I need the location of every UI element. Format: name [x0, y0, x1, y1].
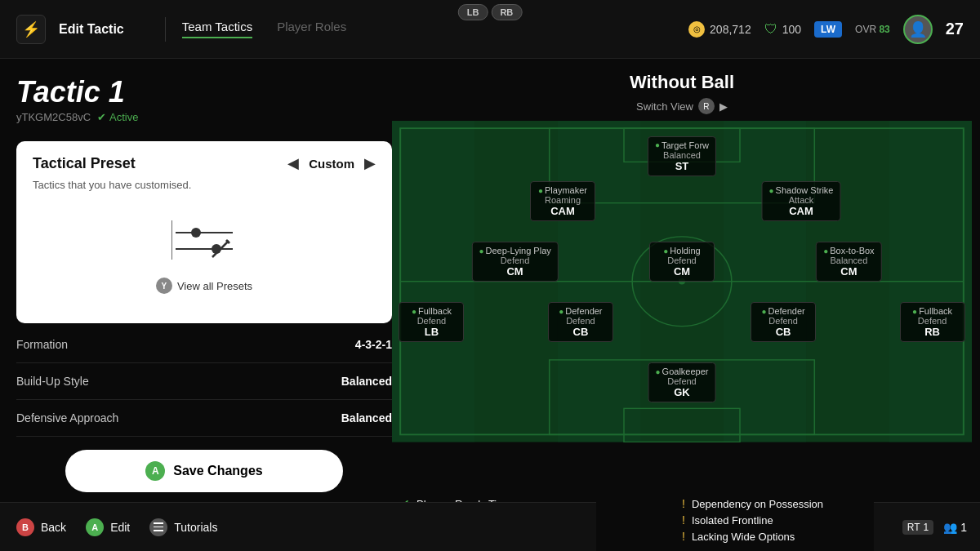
tutorials-label: Tutorials	[174, 521, 217, 534]
save-changes-button[interactable]: A Save Changes	[65, 450, 343, 492]
defensive-row[interactable]: Defensive Approach Balanced	[16, 400, 392, 437]
buildup-label: Build-Up Style	[16, 375, 89, 388]
preset-next-button[interactable]: ▶	[364, 154, 376, 172]
player-cm-left[interactable]: ● Deep-Lying Play Defend CM	[471, 242, 558, 282]
switch-view[interactable]: Switch View R ▶	[384, 98, 980, 114]
y-button-icon: Y	[156, 278, 172, 294]
preset-description: Tactics that you have customised.	[33, 179, 376, 191]
player-cb-left[interactable]: ● Defender Defend CB	[548, 302, 613, 342]
formation-row[interactable]: Formation 4-3-2-1	[16, 327, 392, 363]
position-badge: LW	[814, 21, 842, 38]
lb-button[interactable]: LB	[458, 4, 488, 20]
logo-area: ⚡ Edit Tactic	[16, 15, 124, 44]
preset-card-title: Tactical Preset	[33, 155, 136, 172]
preset-nav: ◀ Custom ▶	[287, 154, 376, 172]
rt-value: 1	[924, 522, 929, 533]
preset-prev-button[interactable]: ◀	[287, 154, 299, 172]
pitch-view-title: Without Ball	[384, 59, 980, 98]
preset-icon-area: Y View all Presets	[33, 204, 376, 310]
stats-section: Formation 4-3-2-1 Build-Up Style Balance…	[16, 327, 392, 437]
player-count-value: 1	[960, 521, 967, 534]
defensive-label: Defensive Approach	[16, 411, 118, 424]
tutorials-button[interactable]: Tutorials	[149, 518, 217, 536]
weakness-2-text: Isolated Frontline	[692, 514, 773, 527]
warn-icon-2: !	[682, 513, 685, 527]
player-st[interactable]: ● Target Forw Balanced ST	[648, 136, 716, 176]
app-logo: ⚡	[16, 15, 46, 44]
menu-icon	[149, 518, 167, 536]
player-lb[interactable]: ● Fullback Defend LB	[399, 302, 464, 342]
player-gk[interactable]: ● Goalkeeper Defend GK	[648, 362, 716, 402]
menu-lines-icon	[154, 522, 163, 531]
preset-icon	[172, 220, 237, 269]
shoulder-buttons: LB RB	[458, 4, 523, 20]
back-label: Back	[41, 521, 66, 534]
tab-team-tactics[interactable]: Team Tactics	[182, 20, 252, 38]
edit-label: Edit	[110, 521, 130, 534]
tab-player-roles[interactable]: Player Roles	[277, 20, 346, 38]
avatar: 👤	[903, 15, 933, 44]
coin-amount: 208,712	[710, 23, 751, 36]
player-cm-right[interactable]: ● Box-to-Box Balanced CM	[816, 242, 881, 282]
back-button[interactable]: B Back	[16, 518, 66, 536]
preset-card: Tactical Preset ◀ Custom ▶ Tactics that …	[16, 141, 392, 323]
currency-coins: ◎ 208,712	[688, 21, 751, 38]
player-cm-center[interactable]: ● Holding Defend CM	[649, 242, 715, 282]
preset-name: Custom	[309, 157, 354, 171]
player-count: 👥 1	[943, 521, 967, 534]
coin-icon: ◎	[688, 21, 705, 38]
switch-view-label: Switch View	[636, 100, 693, 113]
top-bar-right: ◎ 208,712 🛡 100 LW OVR 83 👤 27	[688, 15, 964, 44]
r-button-icon: R	[698, 98, 715, 114]
preset-card-header: Tactical Preset ◀ Custom ▶	[33, 154, 376, 172]
weakness-1-text: Dependency on Possession	[692, 498, 823, 510]
ovr-value: 83	[879, 24, 889, 35]
pitch-container: ● Target Forw Balanced ST ● Playmaker Ro…	[384, 121, 980, 499]
player-cam-right[interactable]: ● Shadow Strike Attack CAM	[762, 181, 841, 221]
buildup-row[interactable]: Build-Up Style Balanced	[16, 363, 392, 400]
nav-divider	[165, 17, 166, 42]
player-cam-left[interactable]: ● Playmaker Roaming CAM	[530, 181, 595, 221]
bottom-right-bar: RT 1 👥 1	[874, 502, 980, 551]
player-number: 27	[946, 20, 964, 38]
rt-badge: RT 1	[902, 520, 933, 535]
tactic-title: Tactic 1	[16, 75, 392, 109]
save-button-label: Save Changes	[173, 464, 262, 478]
b-button-icon: B	[16, 518, 34, 536]
save-button-area: A Save Changes	[16, 450, 392, 492]
bottom-bar: B Back A Edit Tutorials	[0, 502, 596, 551]
ovr-label: OVR 83	[855, 24, 890, 35]
active-badge: ✔ Active	[97, 111, 138, 123]
currency-rating: 🛡 100	[764, 22, 801, 37]
page-title: Edit Tactic	[59, 22, 124, 37]
rb-button[interactable]: RB	[491, 4, 522, 20]
tactic-code: yTKGM2C58vC ✔ Active	[16, 111, 392, 123]
player-count-icon: 👥	[943, 521, 957, 534]
a-button-icon: A	[145, 461, 165, 481]
edit-button[interactable]: A Edit	[86, 518, 130, 536]
rt-label: RT	[907, 522, 920, 533]
arrow-right-icon: ▶	[719, 100, 728, 113]
nav-tabs: Team Tactics Player Roles	[182, 20, 346, 38]
tactic-header: Tactic 1 yTKGM2C58vC ✔ Active	[16, 59, 392, 131]
player-cb-right[interactable]: ● Defender Defend CB	[751, 302, 816, 342]
player-rb[interactable]: ● Fullback Defend RB	[900, 302, 965, 342]
warn-icon-3: !	[682, 530, 685, 543]
weakness-3-text: Lacking Wide Options	[692, 531, 795, 543]
left-panel: Tactic 1 yTKGM2C58vC ✔ Active Tactical P…	[16, 59, 392, 502]
shield-icon: 🛡	[764, 22, 777, 37]
a-button-sm-icon: A	[86, 518, 104, 536]
warn-icon-1: !	[682, 497, 685, 510]
svg-point-1	[191, 228, 201, 238]
formation-label: Formation	[16, 338, 68, 351]
view-all-presets[interactable]: Y View all Presets	[156, 278, 252, 294]
rating-amount: 100	[782, 23, 801, 36]
pitch-area: Without Ball Switch View R ▶	[384, 59, 980, 502]
check-icon: ✔	[97, 111, 106, 123]
